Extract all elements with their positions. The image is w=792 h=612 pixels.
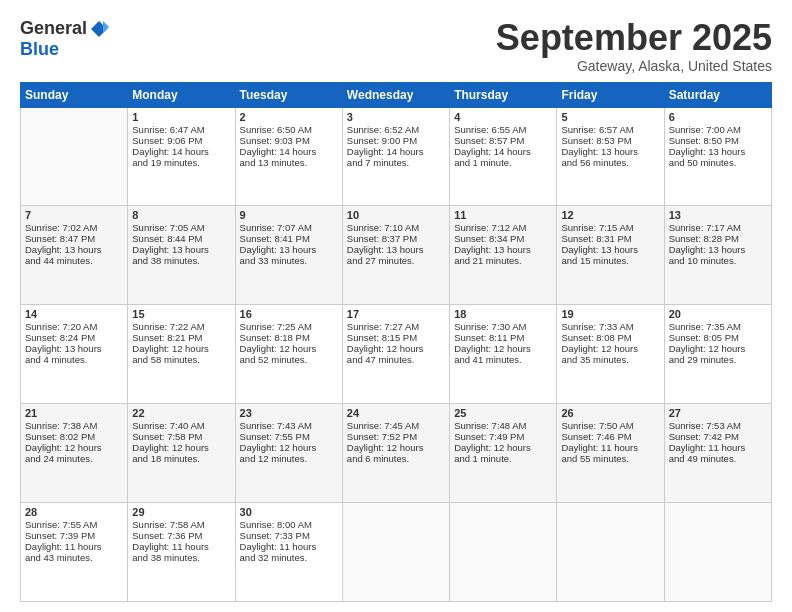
- page: General Blue September 2025 Gateway, Ala…: [0, 0, 792, 612]
- day-info-line: Daylight: 12 hours: [347, 442, 445, 453]
- day-info-line: and 1 minute.: [454, 157, 552, 168]
- month-title: September 2025: [496, 18, 772, 58]
- day-number: 29: [132, 506, 230, 518]
- day-info-line: Sunrise: 7:10 AM: [347, 222, 445, 233]
- day-number: 27: [669, 407, 767, 419]
- calendar-cell: 2Sunrise: 6:50 AMSunset: 9:03 PMDaylight…: [235, 107, 342, 206]
- day-info-line: Daylight: 13 hours: [347, 244, 445, 255]
- day-number: 3: [347, 111, 445, 123]
- calendar-cell: 4Sunrise: 6:55 AMSunset: 8:57 PMDaylight…: [450, 107, 557, 206]
- week-row-2: 7Sunrise: 7:02 AMSunset: 8:47 PMDaylight…: [21, 206, 772, 305]
- calendar-cell: [21, 107, 128, 206]
- header: General Blue September 2025 Gateway, Ala…: [20, 18, 772, 74]
- day-number: 2: [240, 111, 338, 123]
- day-info-line: Sunrise: 8:00 AM: [240, 519, 338, 530]
- day-info-line: Sunrise: 7:15 AM: [561, 222, 659, 233]
- day-number: 9: [240, 209, 338, 221]
- day-info-line: Sunset: 7:39 PM: [25, 530, 123, 541]
- day-number: 21: [25, 407, 123, 419]
- calendar-cell: [664, 503, 771, 602]
- day-number: 19: [561, 308, 659, 320]
- day-info-line: Sunset: 8:50 PM: [669, 135, 767, 146]
- calendar-cell: 24Sunrise: 7:45 AMSunset: 7:52 PMDayligh…: [342, 404, 449, 503]
- day-info-line: Daylight: 13 hours: [25, 343, 123, 354]
- day-info-line: Sunrise: 7:07 AM: [240, 222, 338, 233]
- day-info-line: Sunrise: 6:50 AM: [240, 124, 338, 135]
- weekday-wednesday: Wednesday: [342, 82, 449, 107]
- day-info-line: Daylight: 11 hours: [240, 541, 338, 552]
- day-info-line: Sunrise: 7:25 AM: [240, 321, 338, 332]
- day-info-line: and 32 minutes.: [240, 552, 338, 563]
- day-info-line: Sunset: 7:42 PM: [669, 431, 767, 442]
- day-info-line: Daylight: 11 hours: [561, 442, 659, 453]
- week-row-4: 21Sunrise: 7:38 AMSunset: 8:02 PMDayligh…: [21, 404, 772, 503]
- day-info-line: and 49 minutes.: [669, 453, 767, 464]
- day-info-line: and 12 minutes.: [240, 453, 338, 464]
- day-info-line: Sunrise: 7:05 AM: [132, 222, 230, 233]
- day-info-line: Sunrise: 7:55 AM: [25, 519, 123, 530]
- calendar-cell: [450, 503, 557, 602]
- day-info-line: Daylight: 12 hours: [454, 343, 552, 354]
- day-number: 26: [561, 407, 659, 419]
- day-info-line: Daylight: 12 hours: [132, 442, 230, 453]
- calendar-cell: 5Sunrise: 6:57 AMSunset: 8:53 PMDaylight…: [557, 107, 664, 206]
- day-info-line: and 58 minutes.: [132, 354, 230, 365]
- calendar-table: SundayMondayTuesdayWednesdayThursdayFrid…: [20, 82, 772, 602]
- day-info-line: and 56 minutes.: [561, 157, 659, 168]
- day-number: 7: [25, 209, 123, 221]
- day-info-line: Daylight: 11 hours: [25, 541, 123, 552]
- day-info-line: and 35 minutes.: [561, 354, 659, 365]
- day-info-line: Sunrise: 7:00 AM: [669, 124, 767, 135]
- day-info-line: Sunrise: 7:38 AM: [25, 420, 123, 431]
- calendar-cell: 19Sunrise: 7:33 AMSunset: 8:08 PMDayligh…: [557, 305, 664, 404]
- day-info-line: Sunrise: 7:20 AM: [25, 321, 123, 332]
- calendar-cell: 8Sunrise: 7:05 AMSunset: 8:44 PMDaylight…: [128, 206, 235, 305]
- day-info-line: Sunset: 8:31 PM: [561, 233, 659, 244]
- day-info-line: Sunset: 7:36 PM: [132, 530, 230, 541]
- day-info-line: Daylight: 13 hours: [669, 244, 767, 255]
- day-info-line: and 43 minutes.: [25, 552, 123, 563]
- day-number: 20: [669, 308, 767, 320]
- calendar-cell: 15Sunrise: 7:22 AMSunset: 8:21 PMDayligh…: [128, 305, 235, 404]
- day-info-line: and 52 minutes.: [240, 354, 338, 365]
- day-info-line: Sunset: 8:24 PM: [25, 332, 123, 343]
- day-number: 14: [25, 308, 123, 320]
- day-info-line: and 10 minutes.: [669, 255, 767, 266]
- calendar-cell: 29Sunrise: 7:58 AMSunset: 7:36 PMDayligh…: [128, 503, 235, 602]
- day-number: 15: [132, 308, 230, 320]
- day-info-line: and 38 minutes.: [132, 255, 230, 266]
- day-info-line: Sunset: 8:47 PM: [25, 233, 123, 244]
- day-info-line: and 41 minutes.: [454, 354, 552, 365]
- calendar-cell: 21Sunrise: 7:38 AMSunset: 8:02 PMDayligh…: [21, 404, 128, 503]
- title-block: September 2025 Gateway, Alaska, United S…: [496, 18, 772, 74]
- day-info-line: Sunset: 8:08 PM: [561, 332, 659, 343]
- day-info-line: Sunset: 7:58 PM: [132, 431, 230, 442]
- day-info-line: and 27 minutes.: [347, 255, 445, 266]
- calendar-cell: 3Sunrise: 6:52 AMSunset: 9:00 PMDaylight…: [342, 107, 449, 206]
- day-info-line: and 1 minute.: [454, 453, 552, 464]
- logo-icon: [89, 19, 109, 39]
- day-info-line: Sunset: 8:21 PM: [132, 332, 230, 343]
- location-subtitle: Gateway, Alaska, United States: [496, 58, 772, 74]
- day-number: 12: [561, 209, 659, 221]
- day-number: 16: [240, 308, 338, 320]
- weekday-friday: Friday: [557, 82, 664, 107]
- day-info-line: Sunset: 7:46 PM: [561, 431, 659, 442]
- day-info-line: Sunrise: 6:47 AM: [132, 124, 230, 135]
- day-info-line: and 7 minutes.: [347, 157, 445, 168]
- day-info-line: Sunset: 7:49 PM: [454, 431, 552, 442]
- day-number: 10: [347, 209, 445, 221]
- day-info-line: Sunrise: 7:45 AM: [347, 420, 445, 431]
- calendar-cell: [342, 503, 449, 602]
- day-number: 30: [240, 506, 338, 518]
- day-info-line: and 15 minutes.: [561, 255, 659, 266]
- day-info-line: Daylight: 14 hours: [240, 146, 338, 157]
- calendar-cell: [557, 503, 664, 602]
- day-info-line: Sunrise: 6:55 AM: [454, 124, 552, 135]
- calendar-cell: 20Sunrise: 7:35 AMSunset: 8:05 PMDayligh…: [664, 305, 771, 404]
- weekday-monday: Monday: [128, 82, 235, 107]
- day-info-line: Sunrise: 7:17 AM: [669, 222, 767, 233]
- day-info-line: Daylight: 12 hours: [132, 343, 230, 354]
- day-info-line: Sunrise: 7:58 AM: [132, 519, 230, 530]
- day-info-line: Daylight: 14 hours: [454, 146, 552, 157]
